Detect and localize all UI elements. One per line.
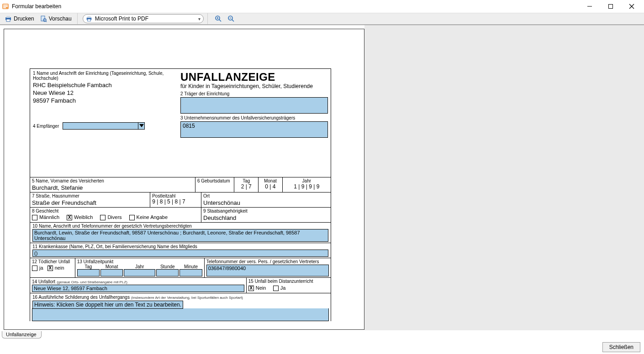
ort-value: Unterschönau — [203, 199, 329, 206]
label-section-11: 11 Krankenkasse (Name, PLZ, Ort, bei Fam… — [32, 244, 328, 249]
recipient-select[interactable] — [63, 122, 145, 130]
chevron-down-icon: ▾ — [198, 16, 201, 21]
checkbox-divers[interactable] — [100, 215, 106, 220]
form-title: UNFALLANZEIGE — [180, 71, 328, 83]
hint-section-14: (genaue Orts- und Straßenangabe mit PLZ) — [57, 280, 127, 284]
label-keine-angabe: Keine Angabe — [137, 214, 168, 220]
label-monat: Monat — [260, 178, 280, 183]
printer-name: Microsoft Print to PDF — [95, 16, 148, 22]
print-button[interactable]: Drucken — [3, 14, 36, 23]
guardians-input[interactable]: Burchardt, Lewin, Straße der Freundschaf… — [32, 229, 328, 242]
titlebar: Formular bearbeiten — [0, 0, 644, 13]
canvas-background — [364, 25, 644, 330]
label-section-5: 5 Name, Vorname des Versicherten — [32, 178, 193, 183]
school-street: Neue Wiese 12 — [33, 89, 180, 96]
label-section-4: 4 Empfänger — [33, 124, 59, 129]
page-canvas[interactable]: 1 Name und Anschrift der Einrichtung (Ta… — [4, 29, 364, 330]
label-distanz-nein: Nein — [256, 285, 266, 291]
label-section-13: 13 Unfallzeitpunkt — [77, 259, 202, 264]
svg-rect-15 — [87, 16, 90, 18]
description-textarea[interactable] — [32, 308, 329, 321]
checkbox-keine-angabe[interactable] — [129, 215, 135, 220]
description-input[interactable]: Hinweis: Klicken Sie doppelt hier um den… — [32, 301, 183, 309]
form-subtitle: für Kinder in Tageseinrichtungen, Schüle… — [180, 83, 328, 89]
svg-line-22 — [232, 20, 234, 21]
hint-section-16: (insbesondere Art der Veranstaltung, bei… — [131, 296, 243, 300]
printer-select[interactable]: Microsoft Print to PDF ▾ — [83, 14, 204, 23]
label-section-14: 14 Unfallort — [32, 279, 55, 284]
maximize-button[interactable] — [600, 0, 621, 13]
label-weiblich: Weiblich — [74, 214, 93, 220]
footer: Schließen — [602, 342, 640, 352]
window-title: Formular bearbeiten — [12, 3, 61, 10]
zoom-out-icon — [227, 15, 235, 22]
workspace: 1 Name und Anschrift der Einrichtung (Ta… — [0, 25, 644, 330]
app-icon — [2, 3, 9, 10]
label-divers: Divers — [107, 214, 121, 220]
label-section-2: 2 Träger der Einrichtung — [180, 91, 328, 96]
printer-icon — [86, 16, 92, 22]
label-section-16: 16 Ausführliche Schilderung des Unfallhe… — [32, 295, 130, 300]
unfallort-input[interactable]: Neue Wiese 12, 98597 Fambach — [32, 285, 244, 292]
label-section-12: 12 Tödlicher Unfall — [32, 259, 73, 264]
school-city: 98597 Fambach — [33, 97, 180, 104]
nationality-value: Deutschland — [203, 214, 329, 221]
unfall-tag-input[interactable] — [77, 269, 100, 276]
label-unfall-minute: Minute — [179, 264, 202, 269]
unfall-jahr-input[interactable] — [124, 269, 155, 276]
label-plz: Postleitzahl — [152, 193, 199, 198]
toolbar: Drucken Vorschau Microsoft Print to PDF … — [0, 13, 644, 25]
checkbox-distanz-nein[interactable]: X — [248, 286, 254, 291]
checkbox-toedlich-nein[interactable]: X — [48, 266, 53, 271]
printer-icon — [5, 15, 12, 22]
versicherter-name: Burchardt, Stefanie — [32, 184, 193, 191]
street-value: Straße der Freundschaft — [32, 199, 148, 206]
label-section-1: 1 Name und Anschrift der Einrichtung (Ta… — [33, 71, 180, 81]
krankenkasse-input[interactable]: () — [32, 250, 328, 257]
label-section-8: 8 Geschlecht — [32, 208, 199, 213]
label-unfall-monat: Monat — [100, 264, 123, 269]
label-jahr: Jahr — [285, 178, 329, 183]
traeger-input[interactable] — [180, 97, 328, 114]
form-unfallanzeige: 1 Name und Anschrift der Einrichtung (Ta… — [30, 68, 331, 321]
label-section-10: 10 Name, Anschrift und Telefonnummer der… — [32, 224, 328, 229]
checkbox-weiblich[interactable]: X — [67, 215, 72, 220]
birth-year: 1 | 9 | 9 | 9 — [285, 183, 329, 190]
checkbox-toedlich-ja[interactable] — [32, 266, 37, 271]
unfall-monat-input[interactable] — [100, 269, 123, 276]
birth-month: 0 | 4 — [260, 183, 280, 190]
label-section-6: 6 Geburtsdatum — [197, 178, 232, 183]
label-maennlich: Männlich — [39, 214, 59, 220]
label-ort: Ort — [203, 193, 329, 198]
label-section-9: 9 Staatsangehörigkeit — [203, 208, 329, 213]
unternehmensnummer-input[interactable]: 0815 — [180, 121, 328, 138]
zoom-in-button[interactable] — [213, 14, 224, 23]
school-name: RHC Beispielschule Fambach — [33, 82, 180, 88]
label-nein: nein — [55, 265, 64, 271]
print-label: Drucken — [14, 16, 34, 22]
preview-button[interactable]: Vorschau — [38, 14, 74, 23]
tab-strip: Unfallanzeige — [0, 330, 644, 338]
unfall-minute-input[interactable] — [179, 269, 202, 276]
svg-rect-3 — [3, 7, 6, 8]
close-button[interactable] — [621, 0, 642, 13]
checkbox-distanz-ja[interactable] — [273, 286, 279, 291]
label-unfall-stunde: Stunde — [156, 264, 179, 269]
preview-label: Vorschau — [49, 16, 72, 22]
phone-input[interactable]: 036847/8980040 — [206, 265, 329, 276]
label-tag: Tag — [236, 178, 256, 183]
unfall-stunde-input[interactable] — [156, 269, 179, 276]
tab-unfallanzeige[interactable]: Unfallanzeige — [2, 331, 42, 338]
label-unfall-jahr: Jahr — [124, 264, 155, 269]
svg-rect-5 — [609, 5, 613, 9]
svg-rect-1 — [3, 5, 8, 5]
separator — [77, 13, 79, 24]
minimize-button[interactable] — [579, 0, 600, 13]
label-section-15: 15 Unfall beim Distanzunterricht — [248, 279, 329, 284]
zoom-in-icon — [215, 15, 222, 22]
svg-rect-9 — [6, 16, 10, 18]
svg-line-13 — [46, 21, 47, 22]
checkbox-maennlich[interactable] — [32, 215, 37, 220]
zoom-out-button[interactable] — [226, 14, 237, 23]
close-dialog-button[interactable]: Schließen — [602, 342, 640, 352]
